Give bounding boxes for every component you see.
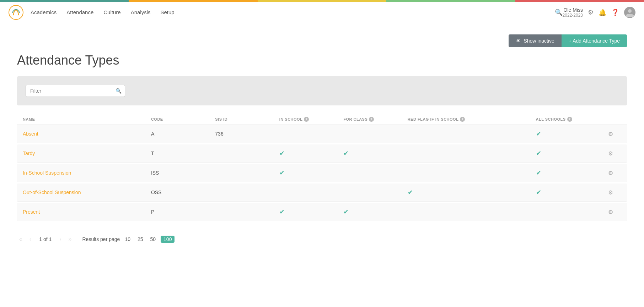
show-inactive-button[interactable]: 👁 Show inactive bbox=[509, 34, 561, 47]
cell-code: T bbox=[151, 150, 215, 156]
cell-name: Absent bbox=[23, 131, 151, 137]
add-attendance-type-label: + Add Attendance Type bbox=[569, 38, 620, 44]
table-row: In-School Suspension ISS ✔ ✔ ⚙ bbox=[17, 164, 627, 182]
nav-culture[interactable]: Culture bbox=[103, 9, 120, 15]
logo[interactable] bbox=[9, 5, 23, 20]
check-icon: ✔ bbox=[343, 150, 349, 157]
table-header: NAME CODE SIS ID IN SCHOOL ? FOR CLASS ?… bbox=[17, 114, 627, 125]
attendance-types-table: NAME CODE SIS ID IN SCHOOL ? FOR CLASS ?… bbox=[17, 114, 627, 221]
check-icon: ✔ bbox=[536, 189, 541, 196]
cell-in-school: ✔ bbox=[279, 208, 343, 216]
gear-icon[interactable]: ⚙ bbox=[600, 170, 621, 176]
cell-all-schools: ✔ bbox=[536, 188, 600, 196]
notifications-icon[interactable]: 🔔 bbox=[599, 9, 606, 16]
cell-for-class: ✔ bbox=[343, 208, 407, 216]
navbar-search-icon[interactable]: 🔍 bbox=[555, 9, 563, 16]
check-icon: ✔ bbox=[279, 208, 285, 215]
first-page-button[interactable]: « bbox=[17, 235, 25, 243]
per-page-100[interactable]: 100 bbox=[161, 236, 175, 243]
in-school-info-icon[interactable]: ? bbox=[304, 117, 309, 122]
nav-academics[interactable]: Academics bbox=[31, 9, 57, 15]
cell-all-schools: ✔ bbox=[536, 130, 600, 138]
user-info: Ole Miss 2022-2023 bbox=[563, 7, 583, 18]
cell-name: Tardy bbox=[23, 150, 151, 157]
help-icon[interactable]: ❓ bbox=[611, 9, 619, 16]
table-row: Out-of-School Suspension OSS ✔ ✔ ⚙ bbox=[17, 183, 627, 202]
show-inactive-label: Show inactive bbox=[524, 38, 554, 44]
row-name-link[interactable]: Absent bbox=[23, 131, 38, 137]
filter-input[interactable] bbox=[26, 85, 125, 97]
table-body: Absent A 736 ✔ ⚙ Tardy T ✔ ✔ ✔ ⚙ In-Scho… bbox=[17, 125, 627, 221]
cell-actions: ⚙ bbox=[600, 189, 621, 196]
check-icon: ✔ bbox=[279, 169, 285, 176]
check-icon: ✔ bbox=[536, 130, 541, 137]
per-page-50[interactable]: 50 bbox=[148, 236, 158, 243]
cell-name: Present bbox=[23, 209, 151, 215]
cell-actions: ⚙ bbox=[600, 131, 621, 137]
row-name-link[interactable]: Tardy bbox=[23, 150, 35, 156]
cell-code: ISS bbox=[151, 170, 215, 176]
settings-icon[interactable]: ⚙ bbox=[588, 9, 594, 16]
per-page-10[interactable]: 10 bbox=[123, 236, 133, 243]
table-row: Absent A 736 ✔ ⚙ bbox=[17, 125, 627, 143]
cell-in-school: ✔ bbox=[279, 149, 343, 157]
col-header-red-flag: RED FLAG IF IN SCHOOL ? bbox=[408, 117, 536, 122]
last-page-button[interactable]: » bbox=[66, 235, 74, 243]
check-icon: ✔ bbox=[536, 150, 541, 157]
red-flag-info-icon[interactable]: ? bbox=[460, 117, 465, 122]
row-name-link[interactable]: Present bbox=[23, 209, 40, 215]
cell-for-class: ✔ bbox=[343, 149, 407, 157]
user-avatar[interactable] bbox=[624, 7, 635, 18]
table-row: Tardy T ✔ ✔ ✔ ⚙ bbox=[17, 144, 627, 163]
cell-in-school: ✔ bbox=[279, 169, 343, 177]
prev-page-button[interactable]: ‹ bbox=[27, 235, 33, 243]
cell-name: Out-of-School Suspension bbox=[23, 189, 151, 196]
user-name: Ole Miss bbox=[563, 7, 583, 13]
col-header-code: CODE bbox=[151, 117, 215, 122]
svg-point-2 bbox=[628, 9, 632, 13]
table-row: Present P ✔ ✔ ⚙ bbox=[17, 203, 627, 221]
main-content: 👁 Show inactive + Add Attendance Type At… bbox=[0, 23, 644, 307]
filter-section: 🔍 bbox=[17, 76, 627, 105]
cell-all-schools: ✔ bbox=[536, 149, 600, 157]
cell-actions: ⚙ bbox=[600, 150, 621, 157]
filter-search-icon[interactable]: 🔍 bbox=[116, 88, 122, 94]
gear-icon[interactable]: ⚙ bbox=[600, 209, 621, 215]
gear-icon[interactable]: ⚙ bbox=[600, 150, 621, 157]
pagination: « ‹ 1 of 1 › » Results per page 10 25 50… bbox=[17, 230, 627, 249]
gear-icon[interactable]: ⚙ bbox=[600, 189, 621, 196]
cell-red-flag: ✔ bbox=[408, 188, 536, 196]
cell-sis-id: 736 bbox=[215, 131, 279, 137]
svg-point-0 bbox=[9, 5, 23, 20]
cell-name: In-School Suspension bbox=[23, 170, 151, 176]
row-name-link[interactable]: Out-of-School Suspension bbox=[23, 190, 81, 195]
cell-code: P bbox=[151, 209, 215, 215]
col-header-in-school: IN SCHOOL ? bbox=[279, 117, 343, 122]
cell-code: A bbox=[151, 131, 215, 137]
navbar-right: Ole Miss 2022-2023 ⚙ 🔔 ❓ bbox=[563, 7, 635, 18]
nav-attendance[interactable]: Attendance bbox=[66, 9, 93, 15]
row-name-link[interactable]: In-School Suspension bbox=[23, 170, 71, 176]
nav-menu: Academics Attendance Culture Analysis Se… bbox=[31, 9, 552, 16]
cell-actions: ⚙ bbox=[600, 170, 621, 176]
page-title: Attendance Types bbox=[17, 53, 627, 68]
nav-analysis[interactable]: Analysis bbox=[131, 9, 151, 15]
next-page-button[interactable]: › bbox=[57, 235, 63, 243]
check-icon: ✔ bbox=[343, 208, 349, 215]
check-icon: ✔ bbox=[408, 189, 413, 196]
add-attendance-type-button[interactable]: + Add Attendance Type bbox=[562, 34, 627, 47]
navbar: Academics Attendance Culture Analysis Se… bbox=[0, 2, 644, 23]
check-icon: ✔ bbox=[536, 169, 541, 176]
col-header-sis-id: SIS ID bbox=[215, 117, 279, 122]
user-year: 2022-2023 bbox=[563, 13, 583, 18]
nav-setup[interactable]: Setup bbox=[160, 9, 174, 15]
filter-wrapper: 🔍 bbox=[26, 85, 125, 97]
per-page-label: Results per page bbox=[82, 236, 120, 242]
cell-code: OSS bbox=[151, 190, 215, 195]
gear-icon[interactable]: ⚙ bbox=[600, 131, 621, 137]
all-schools-info-icon[interactable]: ? bbox=[567, 117, 572, 122]
col-header-actions bbox=[600, 117, 621, 122]
col-header-all-schools: ALL SCHOOLS ? bbox=[536, 117, 600, 122]
for-class-info-icon[interactable]: ? bbox=[369, 117, 374, 122]
per-page-25[interactable]: 25 bbox=[135, 236, 145, 243]
